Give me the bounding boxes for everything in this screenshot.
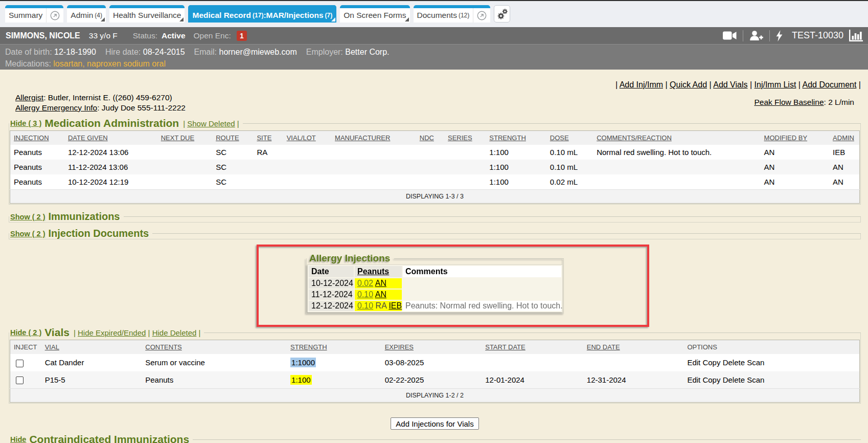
tab-admin[interactable]: Admin (4) <box>67 5 106 23</box>
divider <box>769 30 770 41</box>
lightning-bolt-icon[interactable] <box>776 30 783 41</box>
tab-documents-popout[interactable] <box>473 8 490 23</box>
col-start-date[interactable]: START DATE <box>485 343 526 351</box>
col-next-due[interactable]: NEXT DUE <box>161 134 195 142</box>
inject-checkbox[interactable] <box>16 360 24 367</box>
hide-contraindicated-link[interactable]: Hide <box>10 435 26 443</box>
tab-summary-popout[interactable] <box>46 8 63 23</box>
show-injection-documents-link[interactable]: Show ( 2 ) <box>10 230 45 238</box>
tab-health-surveillance[interactable]: Health Surveillance <box>109 5 185 23</box>
dose-link[interactable]: 0.10 <box>357 290 373 299</box>
col-vial[interactable]: VIAL <box>45 343 59 351</box>
add-user-icon[interactable] <box>749 31 763 40</box>
allergy-emergency-link[interactable]: Allergy Emergency Info <box>15 103 97 112</box>
tab-documents[interactable]: Documents (12) <box>414 5 491 23</box>
hide-medication-admin-link[interactable]: Hide ( 3 ) <box>10 119 41 127</box>
edit-link[interactable]: Edit <box>687 358 700 367</box>
col-expires[interactable]: EXPIRES <box>385 343 414 351</box>
section-injection-documents: Show ( 2 ) Injection Documents <box>9 228 861 239</box>
col-strength[interactable]: STRENGTH <box>489 134 526 142</box>
employer-value: Better Corp. <box>345 48 389 56</box>
col-ndc[interactable]: NDC <box>420 134 434 142</box>
inject-checkbox[interactable] <box>16 376 24 384</box>
scan-link[interactable]: Scan <box>747 358 764 367</box>
scan-link[interactable]: Scan <box>747 375 764 384</box>
add-vials-link[interactable]: Add Vials <box>713 80 747 89</box>
table-header-row: INJECT VIAL CONTENTS STRENGTH EXPIRES ST… <box>10 340 860 355</box>
col-site[interactable]: SITE <box>257 134 271 142</box>
table-header-row: Date Peanuts Comments <box>309 266 561 277</box>
red-annotation-box: Allergy Injections Date Peanuts Comments… <box>257 245 649 327</box>
video-camera-icon[interactable] <box>723 31 737 40</box>
cell-vial: P15-5 <box>41 371 142 389</box>
legend-line <box>193 439 861 440</box>
hide-expired-link[interactable]: Hide Expired/Ended <box>78 328 146 337</box>
medications-value[interactable]: losartan, naproxen sodium oral <box>53 59 166 68</box>
copy-link[interactable]: Copy <box>702 358 720 367</box>
col-contents[interactable]: CONTENTS <box>145 343 182 351</box>
admin-initials-link[interactable]: AN <box>375 279 386 287</box>
cell-admin: AN <box>829 174 859 190</box>
admin-initials-link[interactable]: IEB <box>389 301 402 310</box>
inj-imm-list-link[interactable]: Inj/Imm List <box>755 80 796 89</box>
open-enc-badge[interactable]: 1 <box>237 31 247 41</box>
table-row: 12-12-2024 0.10 RA IEB Peanuts: Normal r… <box>309 301 561 311</box>
tab-medical-record[interactable]: Medical Record (17) :MAR/Injections (7) <box>188 5 336 23</box>
strength-highlighted: 1:100 <box>290 375 312 385</box>
col-peanuts-link[interactable]: Peanuts <box>357 267 389 276</box>
allergist-link[interactable]: Allergist <box>15 93 43 102</box>
cell-ndc <box>416 160 444 174</box>
col-inject: INJECT <box>14 343 37 351</box>
hide-deleted-link[interactable]: Hide Deleted <box>152 328 197 337</box>
admin-initials-link[interactable]: AN <box>375 290 386 299</box>
cell-start-date <box>482 354 583 371</box>
col-strength[interactable]: STRENGTH <box>290 343 327 351</box>
hide-vials-link[interactable]: Hide ( 2 ) <box>10 328 41 337</box>
show-immunizations-link[interactable]: Show ( 2 ) <box>10 213 45 221</box>
cell-series <box>444 174 486 190</box>
hire-date-value: 08-24-2015 <box>143 48 185 56</box>
col-dose[interactable]: DOSE <box>550 134 569 142</box>
cell-modified-by: AN <box>761 174 830 190</box>
settings-button[interactable] <box>494 5 510 23</box>
add-inj-imm-link[interactable]: Add Inj/Imm <box>620 80 663 89</box>
cell-comment <box>403 278 561 289</box>
legend-line <box>124 216 861 217</box>
col-end-date[interactable]: END DATE <box>587 343 620 351</box>
col-vial-lot[interactable]: VIAL/LOT <box>287 134 316 142</box>
cell-dose: 0.10 RA IEB <box>355 301 402 311</box>
dose-link[interactable]: 0.02 <box>357 279 373 287</box>
cell-comment <box>403 290 561 300</box>
col-modified-by[interactable]: MODIFIED BY <box>764 134 808 142</box>
vials-title: Vials <box>44 326 70 339</box>
pipe: | <box>237 119 239 128</box>
col-route[interactable]: ROUTE <box>216 134 239 142</box>
col-series[interactable]: SERIES <box>448 134 472 142</box>
col-comments[interactable]: COMMENTS/REACTION <box>597 134 672 142</box>
patient-details-bar: Date of birth: 12-18-1990 Hire date: 08-… <box>0 44 868 70</box>
col-comments: Comments <box>403 266 561 277</box>
site-text: RA <box>376 301 386 310</box>
col-date-given[interactable]: DATE GIVEN <box>68 134 108 142</box>
show-deleted-link[interactable]: Show Deleted <box>187 119 235 128</box>
quick-add-link[interactable]: Quick Add <box>670 80 707 89</box>
peak-flow-link[interactable]: Peak Flow Baseline <box>754 98 824 106</box>
tab-summary[interactable]: Summary <box>5 5 63 23</box>
employer-label: Employer: <box>306 48 343 56</box>
delete-link[interactable]: Delete <box>723 358 745 367</box>
tab-on-screen-forms[interactable]: On Screen Forms <box>340 5 409 23</box>
add-injections-for-vials-button[interactable]: Add Injections for Vials <box>391 417 478 430</box>
allergist-value: : Butler, Internist E. ((260) 459-6270) <box>43 93 172 102</box>
col-admin[interactable]: ADMIN <box>833 134 854 142</box>
col-injection[interactable]: INJECTION <box>14 134 49 142</box>
edit-link[interactable]: Edit <box>687 375 700 384</box>
bar-chart-icon[interactable] <box>849 30 863 41</box>
cell-modified-by: AN <box>761 160 830 174</box>
cell-manufacturer <box>331 174 416 190</box>
add-document-link[interactable]: Add Document <box>803 80 857 89</box>
delete-link[interactable]: Delete <box>723 375 745 384</box>
copy-link[interactable]: Copy <box>702 375 720 384</box>
dose-link[interactable]: 0.10 <box>357 301 373 310</box>
cell-ndc <box>416 174 444 190</box>
col-manufacturer[interactable]: MANUFACTURER <box>335 134 390 142</box>
